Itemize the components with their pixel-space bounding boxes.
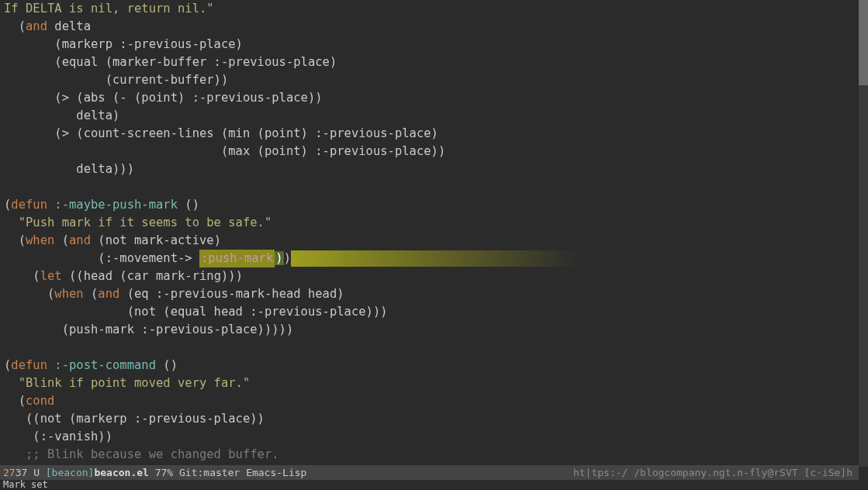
code-area[interactable]: If DELTA is nil, return nil." (and delta… [4,0,859,464]
modeline-git: Git:master [179,467,240,478]
modeline-line-col: 2737 [3,467,27,478]
modeline-right-watermark: ht|tps:-/ /blogcompany.ngt.n-fly@rSVT [c… [573,465,852,480]
keyword-defun: defun [11,358,47,372]
comment-line: ;; Blink because we changed buffer. [4,447,279,461]
vertical-scrollbar[interactable] [859,0,868,467]
highlighted-symbol: :push-mark [199,250,275,267]
scrollbar-thumb[interactable] [859,0,868,85]
modeline-percent: 77% [155,467,173,478]
beacon-highlight-tail [291,250,593,267]
docstring-fragment: If DELTA is nil, return nil." [4,2,214,16]
mode-line[interactable]: 2737 U [beacon]beacon.el 77% Git:master … [0,465,859,480]
keyword-and: and [26,19,47,33]
emacs-buffer[interactable]: If DELTA is nil, return nil." (and delta… [0,0,859,490]
keyword-let: let [40,269,62,283]
modeline-spacer [149,467,155,478]
docstring: "Push mark if it seems to be safe." [4,216,271,229]
paren-match-close: ) [275,251,283,265]
keyword-when: when [26,233,54,247]
keyword-cond: cond [26,394,54,408]
modeline-coding: U [27,467,45,478]
modeline-filename: beacon.el [94,467,148,478]
function-name: :-maybe-push-mark [47,198,178,212]
minibuffer[interactable]: Mark set [0,480,859,490]
keyword-defun: defun [11,198,47,212]
keyword-and: and [69,233,91,247]
keyword-when: when [54,287,83,301]
modeline-major-mode: Emacs-Lisp [246,467,306,478]
minibuffer-message: Mark set [3,479,48,490]
keyword-and: and [98,287,119,301]
function-name: :-post-command [47,358,156,372]
docstring: "Blink if point moved very far." [4,376,250,390]
modeline-project: [beacon] [46,467,95,478]
